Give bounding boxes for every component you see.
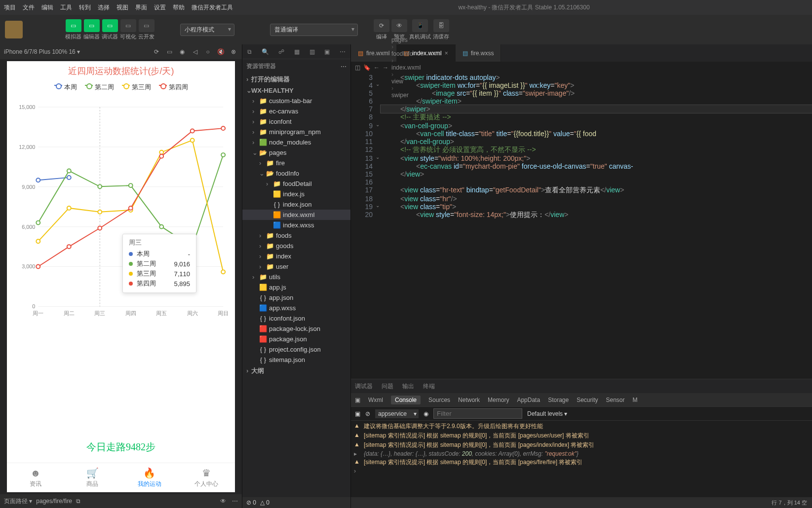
open-editors-section[interactable]: ›打开的编辑器: [242, 73, 350, 85]
tree-node[interactable]: ›📁iconfont: [242, 116, 350, 127]
log-levels-select[interactable]: Default levels ▾: [527, 410, 567, 417]
outline-section[interactable]: ›大纲: [242, 365, 350, 377]
tree-node[interactable]: 🟦index.wxss: [242, 220, 350, 230]
editor-action-icon[interactable]: ◫: [355, 64, 360, 71]
files-icon[interactable]: ⧉: [247, 48, 252, 55]
editor-tab[interactable]: ▤fire.wxml: [351, 44, 397, 62]
devtools-tab[interactable]: Sources: [428, 397, 450, 403]
devtools-tab[interactable]: Wxml: [368, 397, 383, 403]
toolbar-button[interactable]: ▭编辑器: [83, 19, 100, 40]
page-path-label[interactable]: 页面路径 ▾: [4, 497, 32, 506]
back-icon[interactable]: ◁: [191, 48, 199, 55]
tree-node[interactable]: ›📁index: [242, 251, 350, 261]
menu-item[interactable]: 工具: [60, 4, 72, 11]
menu-item[interactable]: 文件: [23, 4, 35, 11]
code-editor[interactable]: 3<swiper indicator-dots autoplay>4⌄<swip…: [351, 73, 812, 379]
eye-icon[interactable]: 👁: [220, 498, 226, 505]
toolbar-button[interactable]: ▭模拟器: [65, 19, 81, 40]
menu-item[interactable]: 编辑: [41, 4, 53, 11]
tabbar-item[interactable]: ☻资讯: [7, 463, 64, 492]
devtools-tab[interactable]: AppData: [517, 397, 540, 403]
device-select[interactable]: iPhone 6/7/8 Plus 100% 16 ▾: [4, 48, 148, 55]
menu-item[interactable]: 帮助: [173, 4, 185, 11]
avatar[interactable]: [5, 21, 23, 38]
menu-item[interactable]: 视图: [116, 4, 128, 11]
tree-node[interactable]: ›📁miniprogram_npm: [242, 127, 350, 137]
copy-icon[interactable]: ⧉: [76, 498, 80, 505]
menu-item[interactable]: 项目: [4, 4, 16, 11]
debugger-tab[interactable]: 输出: [402, 382, 414, 391]
bookmark-icon[interactable]: 🔖: [363, 64, 371, 71]
tree-node[interactable]: ›🟩node_modules: [242, 137, 350, 147]
fwd-nav-icon[interactable]: →: [383, 64, 388, 71]
tree-node[interactable]: ›📁utils: [242, 272, 350, 282]
tree-node[interactable]: ›📁foodDetail: [242, 179, 350, 189]
devtools-tab[interactable]: Console: [391, 396, 421, 404]
breadcrumb-item[interactable]: foodInfo: [391, 50, 421, 57]
search-icon[interactable]: 🔍: [262, 48, 269, 55]
tree-node[interactable]: ›📁custom-tab-bar: [242, 96, 350, 106]
close-tab-icon[interactable]: ×: [445, 50, 448, 57]
record-icon[interactable]: ◉: [178, 48, 187, 55]
tree-node[interactable]: { }iconfont.json: [242, 313, 350, 324]
tree-node[interactable]: ›📁user: [242, 261, 350, 272]
tree-node[interactable]: { }index.json: [242, 199, 350, 210]
project-section[interactable]: ⌄WX-HEALTHY: [242, 85, 350, 96]
tree-node[interactable]: ›📁ec-canvas: [242, 106, 350, 116]
console-line[interactable]: ▲建议将微信基础库调整大于等于2.9.0版本。升级后绘图将有更好性能: [354, 422, 809, 431]
tree-node[interactable]: 🟧index.wxml: [242, 210, 350, 220]
menu-item[interactable]: 转到: [79, 4, 91, 11]
tree-node[interactable]: 🟨index.js: [242, 189, 350, 199]
console-line[interactable]: ▲[sitemap 索引情况提示] 根据 sitemap 的规则[0]，当前页面…: [354, 431, 809, 440]
menu-item[interactable]: 界面: [135, 4, 147, 11]
devtools-tab[interactable]: Memory: [488, 397, 509, 403]
breadcrumb-item[interactable]: index.wxml: [391, 64, 421, 71]
tree-node[interactable]: ⌄📂foodInfo: [242, 168, 350, 179]
console-line[interactable]: ▲[sitemap 索引情况提示] 根据 sitemap 的规则[0]，当前页面…: [354, 458, 809, 467]
tree-node[interactable]: ›📁foods: [242, 230, 350, 241]
toolbar-button[interactable]: ▭云开发: [138, 19, 155, 40]
tabbar-item[interactable]: 🛒商品: [64, 463, 121, 492]
toolbar-button[interactable]: ⟳编译: [374, 19, 389, 40]
console-line[interactable]: ▲[sitemap 索引情况提示] 根据 sitemap 的规则[0]，当前页面…: [354, 440, 809, 450]
editor-tab[interactable]: ▤fire.wxss: [456, 44, 502, 62]
tree-node[interactable]: ⌄📂pages: [242, 147, 350, 158]
mute-icon[interactable]: 🔇: [216, 48, 225, 55]
rotate-icon[interactable]: ⟳: [152, 48, 161, 55]
close-icon[interactable]: ⊗: [229, 48, 238, 55]
errors-count[interactable]: ⊘ 0: [246, 499, 256, 506]
mobile-icon[interactable]: ▭: [165, 48, 174, 55]
terminal-icon[interactable]: ▣: [324, 48, 330, 55]
compile-select[interactable]: 普通编译: [270, 24, 358, 36]
live-expression-icon[interactable]: ◉: [424, 410, 428, 417]
console-output[interactable]: ▲建议将微信基础库调整大于等于2.9.0版本。升级后绘图将有更好性能▲[site…: [351, 421, 812, 497]
debugger-tab[interactable]: 问题: [382, 382, 393, 391]
tree-node[interactable]: ›📁goods: [242, 241, 350, 251]
devtools-tab[interactable]: Network: [458, 397, 480, 403]
tree-node[interactable]: { }app.json: [242, 292, 350, 303]
tabbar-item[interactable]: 🔥我的运动: [121, 463, 178, 492]
warnings-count[interactable]: △ 0: [260, 499, 270, 506]
tabbar-item[interactable]: ♛个人中心: [178, 463, 235, 492]
breadcrumb-item[interactable]: pages: [391, 36, 421, 43]
devtools-tab[interactable]: M: [633, 397, 638, 403]
devtools-tab[interactable]: Storage: [548, 397, 569, 403]
more-icon[interactable]: ⋯: [340, 48, 346, 55]
debugger-tab[interactable]: 调试器: [355, 382, 373, 391]
tree-node[interactable]: 🟦app.wxss: [242, 303, 350, 313]
tree-node[interactable]: 🟨app.js: [242, 282, 350, 292]
console-filter-input[interactable]: [433, 408, 522, 419]
tree-node[interactable]: 🟥package-lock.json: [242, 324, 350, 334]
tree-node[interactable]: { }project.config.json: [242, 344, 350, 355]
toolbar-button[interactable]: 🗄清缓存: [433, 19, 449, 40]
explorer-more-icon[interactable]: ⋯: [341, 63, 347, 70]
devtools-tab[interactable]: Sensor: [606, 397, 625, 403]
menu-item[interactable]: 微信开发者工具: [192, 4, 233, 11]
console-line[interactable]: ▸{data: {…}, header: {…}, statusCode: 20…: [354, 450, 809, 458]
tree-node[interactable]: ›📁fire: [242, 158, 350, 168]
menu-item[interactable]: 选择: [98, 4, 110, 11]
toggle-sidebar-icon[interactable]: ▣: [355, 410, 360, 417]
more-icon[interactable]: ⋯: [232, 498, 238, 505]
context-select[interactable]: appservice: [375, 409, 419, 418]
tree-node[interactable]: 🟥package.json: [242, 334, 350, 344]
